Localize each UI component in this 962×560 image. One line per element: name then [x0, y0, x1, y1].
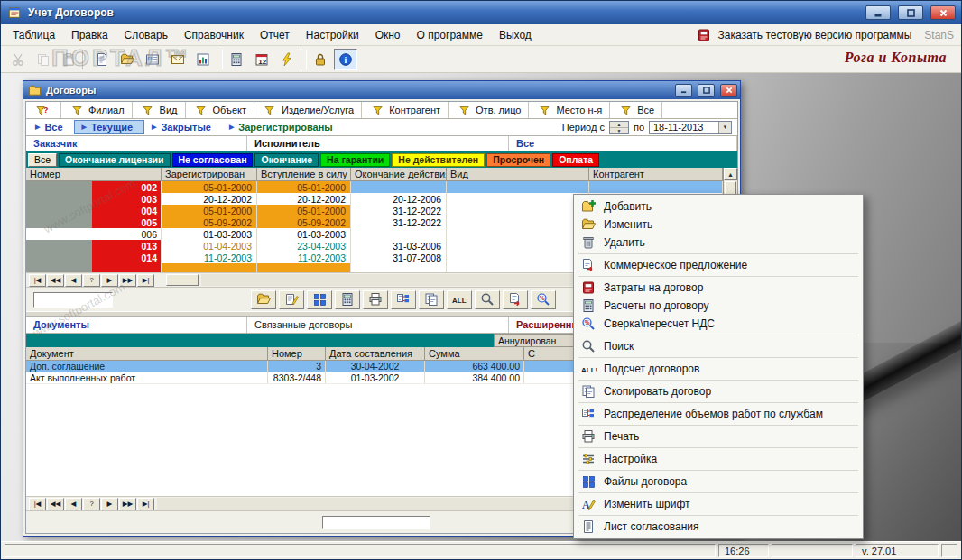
column-header[interactable]: Вид — [447, 168, 589, 181]
status-filter-button[interactable]: Все — [28, 153, 57, 167]
nav-button[interactable]: ▶ — [101, 498, 118, 510]
contract-files-menu-item[interactable]: Файлы договора — [576, 473, 861, 491]
distribute-button[interactable] — [391, 290, 416, 309]
column-header[interactable]: Дата составления — [326, 347, 425, 361]
menubar-item[interactable]: Таблица — [5, 26, 63, 44]
nav-button[interactable]: ◀◀ — [47, 274, 64, 287]
period-to-date[interactable]: 18-11-2013 ▼ — [649, 121, 732, 134]
status-filter-button[interactable]: Окончание — [254, 153, 319, 167]
nav-button[interactable]: |◀ — [29, 498, 46, 510]
filter-product[interactable]: Изделие/Услуга — [254, 102, 362, 118]
role-customer[interactable]: Заказчик — [26, 136, 247, 151]
contract-row[interactable]: 002 05-01-2000 05-01-2000 — [26, 181, 723, 193]
count-button[interactable]: ALL! — [447, 290, 472, 309]
column-header[interactable]: Сумма — [425, 347, 524, 361]
column-header[interactable]: Номер — [268, 347, 326, 361]
filter-location[interactable]: Место н-я — [529, 102, 610, 118]
add-menu-item[interactable]: Добавить — [576, 197, 861, 216]
column-header[interactable]: Вступление в силу — [257, 168, 351, 181]
menubar-item[interactable]: Правка — [63, 26, 116, 44]
filter-object[interactable]: Объект — [186, 102, 254, 118]
menubar-item[interactable]: Окно — [367, 26, 409, 44]
titlebar[interactable]: Учет Договоров — [1, 1, 961, 24]
status-filter-button[interactable]: Не согласован — [172, 153, 254, 167]
settings-menu-item[interactable]: Настройка — [576, 450, 861, 468]
contract-costs-menu-item[interactable]: Затраты на договор — [576, 279, 861, 297]
column-header[interactable]: Контрагент — [589, 168, 723, 181]
calculator-button[interactable] — [225, 49, 248, 70]
quick-filter-input[interactable] — [33, 292, 113, 308]
filter-kind[interactable]: Вид — [133, 102, 186, 118]
dialog-maximize-button[interactable] — [698, 84, 715, 97]
menubar-item[interactable]: Справочник — [176, 26, 252, 44]
delete-menu-item[interactable]: Удалить — [576, 234, 861, 252]
filter-branch[interactable]: Филиал — [61, 102, 133, 118]
open-contract-button[interactable] — [251, 290, 276, 309]
contracts-titlebar[interactable]: Договоры — [23, 81, 740, 99]
status-filter-button[interactable]: На гарантии — [320, 153, 390, 167]
view-tab[interactable]: ▶Закрытые — [144, 121, 222, 133]
commercial-offer-button[interactable] — [503, 290, 528, 309]
nav-button[interactable]: ◀ — [65, 274, 82, 287]
status-filter-button[interactable]: Не действителен — [392, 153, 485, 167]
print-button[interactable] — [363, 290, 388, 309]
column-header[interactable]: Окончание действия — [351, 168, 447, 181]
close-button[interactable] — [930, 5, 956, 20]
cut-button[interactable] — [6, 49, 30, 70]
change-font-menu-item[interactable]: A Изменить шрифт — [576, 495, 861, 513]
dialog-close-button[interactable] — [720, 84, 737, 97]
nav-button[interactable]: ◀ — [65, 498, 82, 510]
paste-button[interactable] — [57, 49, 80, 70]
contract-payments-menu-item[interactable]: Расчеты по договору — [576, 297, 861, 315]
vat-recalc-menu-item[interactable]: % Сверка\пересчет НДС — [576, 315, 861, 333]
filter-counterparty[interactable]: Контрагент — [362, 102, 449, 118]
minimize-button[interactable] — [865, 5, 891, 20]
role-all[interactable]: Все — [509, 136, 737, 151]
bottom-input[interactable] — [322, 516, 430, 529]
view-tab[interactable]: ▶Все — [28, 121, 74, 133]
copy-contract-button[interactable] — [419, 290, 444, 309]
search-menu-item[interactable]: Поиск — [576, 337, 861, 355]
nav-button[interactable]: ▶ — [101, 274, 118, 287]
view-tab[interactable]: ▶Текущие — [74, 120, 144, 134]
about-button[interactable]: i — [334, 49, 357, 70]
hscroll-thumb[interactable] — [166, 274, 199, 286]
edit-contract-button[interactable] — [279, 290, 304, 309]
maximize-button[interactable] — [898, 5, 923, 20]
dialog-minimize-button[interactable] — [675, 84, 692, 97]
menubar-item[interactable]: Словарь — [116, 26, 176, 44]
column-header[interactable]: Номер — [26, 168, 162, 181]
open-button[interactable] — [116, 49, 139, 70]
contract-files-button[interactable] — [307, 290, 332, 309]
calendar-button[interactable]: 12 — [250, 49, 273, 70]
copy-contract-menu-item[interactable]: Скопировать договор — [576, 382, 861, 400]
mail-button[interactable] — [166, 49, 190, 70]
print-menu-item[interactable]: Печать — [576, 427, 861, 445]
approval-sheet-menu-item[interactable]: Лист согласования — [576, 518, 861, 536]
resize-grip[interactable] — [941, 544, 957, 557]
filter-responsible[interactable]: Отв. лицо — [449, 102, 529, 118]
column-header[interactable]: Зарегистрирован — [162, 168, 257, 181]
nav-button[interactable]: ? — [83, 274, 100, 287]
status-filter-button[interactable]: Просрочен — [486, 153, 550, 167]
role-executor[interactable]: Исполнитель — [247, 136, 509, 151]
order-trial-link[interactable]: Заказать тестовую версию программы — [717, 29, 911, 41]
column-header[interactable]: Документ — [26, 347, 268, 361]
vat-button[interactable]: % — [531, 290, 556, 309]
chevron-down-icon[interactable]: ▼ — [718, 122, 731, 133]
period-from-spinner[interactable]: ▲▼ — [609, 121, 629, 134]
nav-button[interactable]: ▶| — [137, 498, 154, 510]
search-button[interactable] — [475, 290, 500, 309]
card-button[interactable] — [141, 49, 164, 70]
menubar-item[interactable]: О программе — [409, 26, 491, 44]
nav-button[interactable]: ▶▶ — [119, 498, 136, 510]
payments-button[interactable] — [335, 290, 360, 309]
commercial-offer-menu-item[interactable]: Коммерческое предложение — [576, 256, 861, 274]
nav-button[interactable]: ▶▶ — [119, 274, 136, 287]
scroll-up-icon[interactable]: ▲ — [724, 168, 737, 180]
bottom-tab[interactable]: Документы — [26, 317, 247, 333]
status-filter-button[interactable]: Оплата — [552, 153, 599, 167]
nav-button[interactable]: |◀ — [29, 274, 46, 287]
edit-menu-item[interactable]: Изменить — [576, 216, 861, 234]
lock-button[interactable] — [309, 49, 332, 70]
